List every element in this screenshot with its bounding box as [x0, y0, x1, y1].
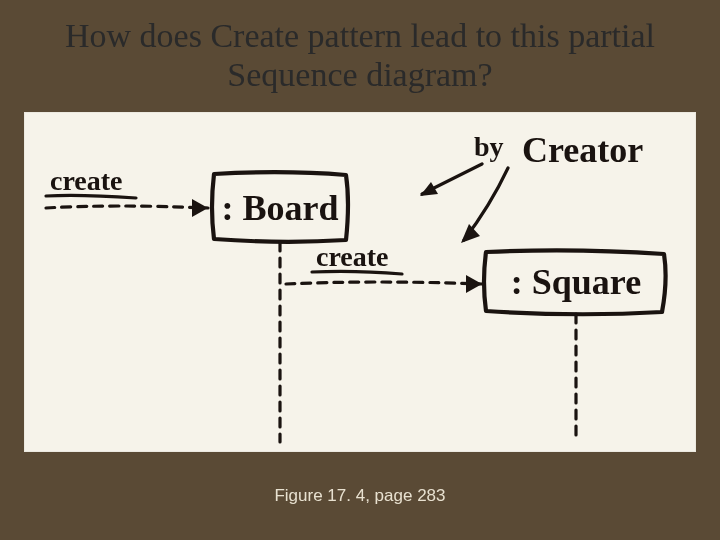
message-create-to-board-label: create: [50, 165, 123, 196]
annotation-creator-text: Creator: [522, 130, 643, 170]
sequence-diagram-svg: create : Board by Creator: [24, 112, 696, 452]
annotation-by-creator: by Creator: [420, 130, 643, 243]
object-square: : Square: [484, 251, 666, 315]
svg-marker-2: [461, 224, 480, 243]
message-create-to-board: create: [46, 165, 208, 217]
object-board-label: : Board: [222, 188, 339, 228]
object-square-label: : Square: [511, 262, 641, 302]
annotation-by-text: by: [474, 131, 504, 162]
svg-marker-3: [466, 275, 482, 293]
sequence-diagram-figure: create : Board by Creator: [24, 112, 696, 452]
svg-marker-0: [192, 199, 208, 217]
message-create-to-square-label: create: [316, 241, 389, 272]
object-board: : Board: [212, 172, 348, 242]
slide-title: How does Create pattern lead to this par…: [0, 0, 720, 104]
message-create-to-square: create: [286, 241, 482, 293]
figure-caption: Figure 17. 4, page 283: [0, 486, 720, 506]
